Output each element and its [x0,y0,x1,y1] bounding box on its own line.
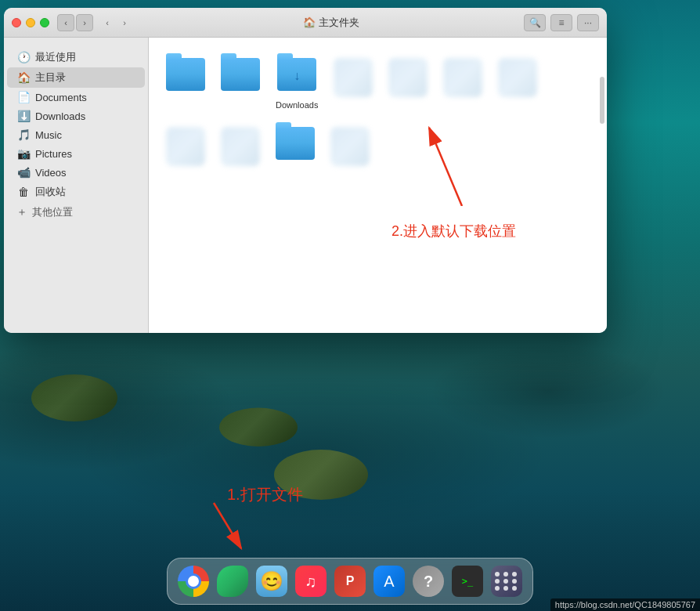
sidebar-section-favorites: 🕐 最近使用 🏠 主目录 📄 Documents ⬇️ Downloads 🎵 [4,47,148,222]
recent-icon: 🕐 [16,51,31,63]
dock-item-appstore[interactable]: A [371,563,407,599]
sidebar-item-home[interactable]: 🏠 主目录 [7,67,145,88]
file-item-folder-2[interactable] [218,53,263,114]
launchpad-dot [512,572,517,577]
blurred-icon-2 [388,58,428,97]
pictures-icon: 📷 [16,147,31,160]
dock-item-music[interactable]: ♫ [293,563,329,599]
file-item-folder-1[interactable] [163,53,208,114]
scrollbar[interactable] [600,77,604,124]
window-title: 🏠 主文件夹 [139,16,524,30]
url-text: https://blog.csdn.net/QC1849805767 [555,600,695,609]
title-bar: ‹ › ‹ › 🏠 主文件夹 🔍 ≡ ··· [4,8,607,38]
sidebar-item-label-music: Music [35,129,62,141]
launchpad-dot [503,572,508,577]
documents-icon: 📄 [16,91,31,103]
appstore-dock-icon: A [373,566,405,597]
add-icon: ＋ [16,205,27,219]
forward-button[interactable]: › [76,14,93,31]
nav-left-button[interactable]: ‹ [99,15,115,31]
nav-buttons: ‹ › [57,14,93,31]
title-actions: 🔍 ≡ ··· [524,14,599,31]
folder-icon-3 [276,127,315,166]
blurred-icon-7 [330,127,370,166]
sidebar-item-label-home: 主目录 [35,70,66,85]
leaf-icon [217,566,248,597]
sidebar-item-videos[interactable]: 📹 Videos [7,163,145,182]
sidebar-item-trash[interactable]: 🗑 回收站 [7,182,145,202]
launchpad-dot [503,579,508,584]
launchpad-dock-icon [491,566,522,597]
title-label: 主文件夹 [319,16,359,30]
sidebar-item-recent[interactable]: 🕐 最近使用 [7,47,145,67]
sidebar-item-label-pictures: Pictures [35,148,72,160]
trash-icon: 🗑 [16,186,31,198]
annotation-step2: 2.进入默认下载位置 [391,222,516,240]
launchpad-dot [495,572,500,577]
launchpad-dot [495,579,500,584]
music-dock-icon: ♫ [295,566,327,597]
boat-decoration-3 [266,435,376,501]
file-item-blurred-4[interactable] [495,53,540,114]
sidebar-item-label-videos: Videos [35,167,67,179]
view-button[interactable]: ≡ [550,14,572,31]
dock: 😊 ♫ P A ? >_ [167,558,533,605]
sidebar-item-documents[interactable]: 📄 Documents [7,88,145,107]
maximize-button[interactable] [40,18,49,27]
launchpad-dot [512,579,517,584]
folder-icon-1 [166,58,205,97]
file-item-blurred-1[interactable] [330,53,376,114]
terminal-dock-icon: >_ [452,566,483,597]
finder-dock-icon: 😊 [256,566,287,597]
sidebar-item-downloads[interactable]: ⬇️ Downloads [7,107,145,125]
sidebar-item-music[interactable]: 🎵 Music [7,125,145,144]
dock-item-launchpad[interactable] [489,563,525,599]
downloads-icon: ⬇️ [16,110,31,122]
sidebar-item-pictures[interactable]: 📷 Pictures [7,144,145,163]
title-icon: 🏠 [303,16,316,28]
dock-item-wps[interactable]: P [332,563,368,599]
breadcrumb-nav: ‹ › [99,15,132,31]
blurred-icon-1 [334,58,373,97]
dock-item-finder[interactable]: 😊 [254,563,290,599]
folder-icon-2 [221,58,260,97]
finder-body: 🕐 最近使用 🏠 主目录 📄 Documents ⬇️ Downloads 🎵 [4,38,607,333]
file-item-blurred-5[interactable] [163,122,208,171]
home-icon: 🏠 [16,71,31,84]
sidebar-item-label-recent: 最近使用 [35,50,76,64]
downloads-folder-icon: ↓ [277,58,316,97]
search-button[interactable]: 🔍 [524,14,546,31]
file-item-blurred-6[interactable] [218,122,263,171]
boat-decoration-1 [23,360,125,423]
music-icon-sidebar: 🎵 [16,128,31,141]
blurred-icon-4 [498,58,537,97]
file-item-blurred-2[interactable] [385,53,431,114]
dock-item-terminal[interactable]: >_ [449,563,485,599]
minimize-button[interactable] [26,18,35,27]
file-item-blurred-3[interactable] [440,53,485,114]
dock-item-chrome[interactable] [175,563,211,599]
back-button[interactable]: ‹ [57,14,74,31]
blurred-icon-6 [221,127,260,166]
nav-right-button[interactable]: › [117,15,132,31]
file-label-downloads: Downloads [276,100,318,110]
sidebar-add-location[interactable]: ＋ 其他位置 [7,202,145,222]
help-dock-icon: ? [413,566,444,597]
traffic-lights [12,18,49,27]
sidebar-add-label: 其他位置 [32,205,73,219]
file-item-downloads[interactable]: ↓ Downloads [272,53,321,114]
finder-window: ‹ › ‹ › 🏠 主文件夹 🔍 ≡ ··· 🕐 最近使用 [4,8,607,333]
close-button[interactable] [12,18,21,27]
main-content: ↓ Downloads [149,38,607,333]
file-item-folder-3[interactable] [272,122,318,171]
sidebar-item-label-documents: Documents [35,92,87,103]
launchpad-dot [512,586,517,591]
dock-item-leaf[interactable] [215,563,251,599]
more-button[interactable]: ··· [577,14,599,31]
download-arrow-icon: ↓ [294,69,300,83]
blurred-icon-3 [443,58,482,97]
file-item-blurred-7[interactable] [327,122,373,171]
dock-item-help[interactable]: ? [410,563,446,599]
blurred-icon-5 [166,127,205,166]
chrome-icon [178,566,209,597]
